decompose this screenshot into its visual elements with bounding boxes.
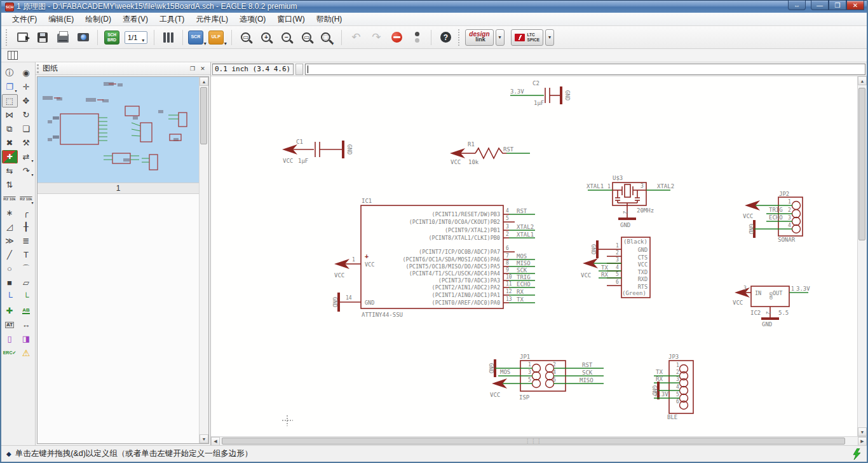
tool-text[interactable]: T (18, 248, 34, 261)
tool-mirror[interactable]: ⋈ (2, 108, 18, 121)
sheet-selector[interactable]: 1/1 ▾ (125, 31, 147, 44)
run-script-button[interactable]: SCR ▾ (187, 29, 207, 46)
tool-bus[interactable]: └ (2, 290, 18, 303)
lens-button-zoom-select[interactable]: ⬚ ▾ (318, 29, 337, 46)
tool-miter[interactable]: ◿ (2, 220, 18, 233)
tool-label[interactable]: AB (18, 304, 34, 317)
tool-net[interactable]: └ (18, 290, 34, 303)
scroll-left-icon[interactable]: ◀ (211, 437, 220, 446)
canvas-hscrollbar[interactable]: ◀ ⋮⋮⋮ ▶ (211, 436, 867, 445)
toolbar-grip-2[interactable] (458, 29, 462, 46)
maximize-button[interactable]: ❐ (829, 1, 846, 10)
command-input[interactable] (305, 64, 865, 75)
tool-junction[interactable]: ✚ (2, 304, 18, 317)
menu-item-2[interactable]: 绘制(D) (79, 13, 117, 26)
tool-group[interactable]: ⬚ (2, 94, 18, 107)
component-r1[interactable]: R1 RST VCC 10k (450, 141, 530, 165)
run-ulp-button[interactable]: ULP ▾ (208, 29, 227, 46)
ltspice-dropdown[interactable]: ▾ (545, 29, 554, 46)
tool-crossref[interactable]: ⇅ (2, 178, 18, 191)
component-c2[interactable]: C2 3.3V GND 1µF (510, 80, 571, 106)
undo-button[interactable]: ↶ (346, 29, 365, 46)
tool-wire[interactable]: ╱ (2, 248, 18, 261)
component-ic2-regulator[interactable]: IN OUT GND 3 VCC 1 3.3V IC2 (733, 286, 810, 328)
print-button[interactable] (53, 29, 72, 46)
tool-name[interactable]: R2 10k (2, 192, 18, 205)
tool-rotate[interactable]: ↻ (18, 108, 34, 121)
sheet-page-label[interactable]: 1 (37, 183, 199, 194)
lens-button-zoom-fit[interactable]: ▭ (236, 29, 255, 46)
component-jp2[interactable]: JP2 1 2 3 4 VCC (743, 191, 803, 243)
menu-item-4[interactable]: 工具(T) (154, 13, 190, 26)
design-link-dropdown[interactable]: ▾ (496, 29, 505, 46)
tool-display[interactable]: ❐ ▾ (2, 80, 18, 93)
tool-change[interactable]: ⚒ (18, 136, 34, 149)
redo-button[interactable]: ↷ (367, 29, 386, 46)
tool-dimension[interactable]: ↔ (18, 318, 34, 331)
canvas-vscrollbar[interactable]: ▲ ▼ (857, 76, 867, 436)
tool-info[interactable]: ⓘ (2, 66, 18, 79)
tool-polygon[interactable]: ▱ (18, 276, 34, 289)
switch-sch-brd-button[interactable]: SCHBRD (102, 29, 121, 46)
sheets-scrollbar[interactable]: ▲ ▼ (199, 77, 208, 443)
component-jp1[interactable]: JP1 1 2 3 4 5 (488, 354, 604, 401)
component-ic1[interactable]: IC1 ATTINY44-SSU 1 + VCC VCC (332, 198, 535, 318)
lightning-icon[interactable] (851, 448, 862, 460)
tool-arc[interactable]: ⌒ (18, 262, 34, 275)
tool-circle[interactable]: ○ (2, 262, 18, 275)
open-button[interactable] (13, 29, 32, 46)
tool-cut[interactable]: ❏ (18, 122, 34, 135)
tool-smash[interactable]: ∗ (2, 206, 18, 219)
export-image-button[interactable] (74, 29, 93, 46)
tool-attribute[interactable]: AT (2, 318, 18, 331)
tool-rect[interactable]: ■ (2, 276, 18, 289)
lens-button-zoom-out[interactable]: − (277, 29, 296, 46)
lens-button-zoom-redraw[interactable]: ▭ (297, 29, 316, 46)
toolbar-grip[interactable] (6, 29, 10, 46)
command-separator[interactable] (295, 64, 303, 75)
menu-item-6[interactable]: 选项(O) (234, 13, 271, 26)
schematic-canvas[interactable]: C2 3.3V GND 1µF C1 (211, 76, 867, 436)
design-link-button[interactable]: designlink (465, 29, 493, 46)
menu-item-3[interactable]: 查看(V) (117, 13, 154, 26)
tool-move[interactable]: ✥ (18, 94, 34, 107)
help-button[interactable]: ? (436, 29, 455, 46)
tool-add[interactable]: ✚ (2, 150, 18, 163)
stop-button[interactable] (387, 29, 406, 46)
tool-module[interactable]: ▯ (2, 332, 18, 345)
close-button[interactable]: ✕ (846, 1, 864, 10)
traffic-button[interactable] (407, 29, 426, 46)
menu-item-0[interactable]: 文件(F) (6, 13, 43, 26)
component-c1[interactable]: C1 GND VCC 1µF (282, 139, 353, 164)
tool-show[interactable]: ◉ (18, 66, 34, 79)
tool-mark2[interactable]: ╂ (18, 220, 34, 233)
ltspice-button[interactable]: LTCSPICE (511, 29, 544, 46)
panel-close-button[interactable]: ✕ (198, 64, 208, 73)
component-jp3[interactable]: JP3 1 2 3 4 5 (651, 354, 693, 420)
tool-copy[interactable]: ⧉ (2, 122, 18, 135)
lens-button-zoom-in[interactable]: + (257, 29, 276, 46)
menu-item-1[interactable]: 编辑(E) (43, 13, 79, 26)
menu-item-5[interactable]: 元件库(L) (190, 13, 234, 26)
tool-pinswap[interactable]: ⇆ (2, 164, 18, 177)
scroll-up-icon[interactable]: ▲ (858, 76, 867, 85)
tool-port[interactable]: ◨ (18, 332, 34, 345)
tool-gateswap[interactable]: ↷ ▾ (18, 164, 34, 177)
scroll-down-icon[interactable]: ▼ (200, 434, 208, 443)
panel-grip[interactable] (37, 64, 40, 73)
tool-mark[interactable]: ✛ (18, 80, 34, 93)
tool-erc[interactable]: ERC✔ (2, 346, 18, 359)
scroll-down-icon[interactable]: ▼ (858, 427, 867, 436)
tool-invoke[interactable]: ≣ (18, 234, 34, 247)
component-u3-resonator[interactable]: U$3 XT (587, 175, 674, 228)
panel-float-button[interactable]: ❐ (187, 64, 198, 73)
component-ftdi-header[interactable]: (Black) GND CTS VCC TXD RXD RTS (581, 237, 650, 298)
save-button[interactable] (33, 29, 52, 46)
window-switcher-button[interactable]: ⇔ (788, 1, 806, 10)
tool-delete[interactable]: ✖ (2, 136, 18, 149)
menu-item-7[interactable]: 窗口(W) (271, 13, 310, 26)
tool-errors[interactable]: ⚠ (18, 346, 34, 359)
menu-item-8[interactable]: 帮助(H) (311, 13, 348, 26)
scroll-right-icon[interactable]: ▶ (858, 437, 867, 446)
sheet-thumbnail[interactable] (37, 77, 199, 183)
